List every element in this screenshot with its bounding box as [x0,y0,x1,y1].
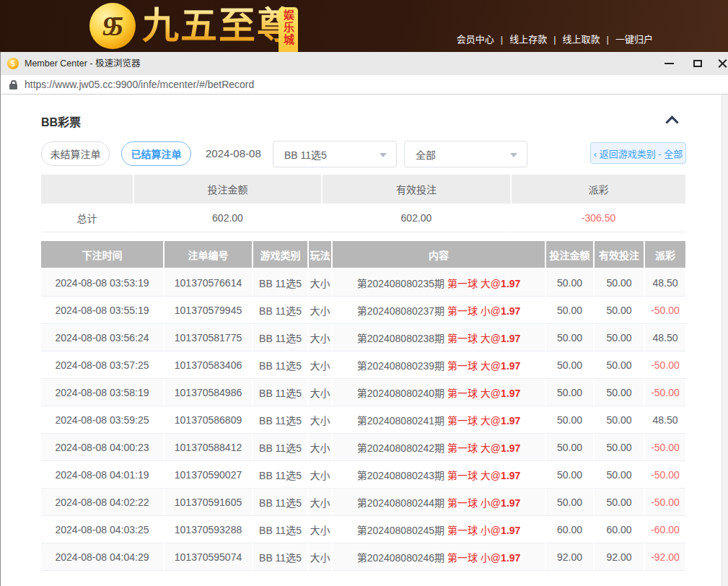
column-header: 游戏类别 [253,241,309,269]
window-border [0,52,1,586]
play-type-cell: 大小 [309,516,333,543]
bet-table-head-row: 下注时间注单编号游戏类别玩法内容投注金额有效投注派彩 [41,241,685,269]
scrollbar[interactable] [722,95,728,586]
bet-amount-cell: 50.00 [546,379,595,406]
bet-period: 第202408080238期 [357,333,444,344]
game-type-cell: BB 11选5 [253,351,309,379]
play-type-cell: 大小 [309,406,333,434]
bet-amount-cell: 60.00 [546,516,595,543]
payout-cell: -50.00 [645,351,685,379]
bet-pick: 第一球 小@ [447,552,501,564]
bet-amount-cell: 50.00 [546,406,595,434]
bet-time-cell: 2024-08-08 03:56:24 [41,324,165,351]
bet-amount-cell: 50.00 [546,461,595,489]
bet-pick: 第一球 小@ [447,525,501,536]
bet-content-cell: 第202408080240期 第一球 大@1.97 [333,379,546,406]
bet-pick: 第一球 大@ [447,388,501,399]
bet-amount-cell: 92.00 [546,543,595,571]
bet-time-cell: 2024-08-08 03:58:19 [41,379,165,406]
bet-pick: 第一球 大@ [447,360,501,372]
bet-pick: 第一球 大@ [447,278,501,289]
bet-period: 第202408080235期 [357,278,444,289]
valid-bet-cell: 50.00 [595,269,645,297]
table-row: 2024-08-08 04:04:29101370595074BB 11选5大小… [41,543,685,571]
bet-content-cell: 第202408080238期 第一球 大@1.97 [333,324,546,351]
bet-content-cell: 第202408080237期 第一球 小@1.97 [333,297,546,324]
bet-id-cell: 101370586809 [165,406,253,434]
payout-cell: 48.50 [645,324,685,351]
bet-period: 第202408080237期 [357,305,444,317]
play-type-cell: 大小 [309,434,333,461]
summary-header-bet-amount: 投注金额 [134,175,323,204]
column-header: 注单编号 [165,241,253,269]
bet-period: 第202408080243期 [357,470,444,481]
nav-item[interactable]: 会员中心 [457,34,494,45]
game-type-cell: BB 11选5 [253,379,309,406]
column-header: 有效投注 [595,241,645,269]
summary-total-row: 总计 602.00 602.00 -306.50 [41,204,685,232]
bet-content-cell: 第202408080244期 第一球 小@1.97 [333,489,546,516]
table-row: 2024-08-08 04:02:22101370591605BB 11选5大小… [41,489,685,516]
game-type-cell: BB 11选5 [253,516,309,543]
bet-period: 第202408080245期 [357,525,444,536]
maximize-icon [693,60,702,67]
maximize-button[interactable] [685,52,710,75]
window-title: Member Center - 极速浏览器 [25,52,140,75]
bet-content-cell: 第202408080245期 第一球 小@1.97 [333,516,546,543]
payout-cell: 48.50 [645,269,685,297]
back-to-game-category-button[interactable]: ‹ 返回游戏类别 - 全部 [590,142,686,164]
settled-tab-button[interactable]: 已结算注单 [121,141,191,166]
game-type-cell: BB 11选5 [253,543,309,571]
bet-odds: 1.97 [501,552,520,564]
bet-odds: 1.97 [501,305,520,317]
table-row: 2024-08-08 03:56:24101370581775BB 11选5大小… [41,324,685,351]
bet-content-cell: 第202408080246期 第一球 小@1.97 [333,543,546,571]
valid-bet-cell: 50.00 [595,297,645,324]
play-type-cell: 大小 [309,543,333,571]
play-type-cell: 大小 [309,269,333,297]
bet-record-table: 下注时间注单编号游戏类别玩法内容投注金额有效投注派彩 2024-08-08 03… [41,241,685,571]
nav-item[interactable]: 线上存款 [509,34,547,45]
window-titlebar: 5 Member Center - 极速浏览器 [0,52,728,75]
bet-content-cell: 第202408080243期 第一球 大@1.97 [333,461,546,489]
valid-bet-cell: 50.00 [595,324,645,351]
close-button[interactable] [710,52,728,75]
play-type-select[interactable]: 全部 [404,141,527,167]
table-row: 2024-08-08 04:00:23101370588412BB 11选5大小… [41,434,685,461]
url-text[interactable]: https://www.jw05.cc:9900/infe/mcenter/#/… [25,75,254,95]
bet-pick: 第一球 大@ [447,442,501,454]
game-type-cell: BB 11选5 [253,489,309,516]
bet-amount-cell: 50.00 [546,489,595,516]
nav-item[interactable]: 一键归户 [615,34,653,45]
bet-odds: 1.97 [501,360,520,372]
bet-amount-cell: 50.00 [546,324,595,351]
bet-odds: 1.97 [501,470,520,481]
bet-content-cell: 第202408080241期 第一球 大@1.97 [333,406,546,434]
bet-time-cell: 2024-08-08 03:53:19 [41,269,165,297]
valid-bet-cell: 50.00 [595,434,645,461]
game-type-cell: BB 11选5 [253,434,309,461]
payout-cell: -50.00 [645,297,685,324]
game-type-select[interactable]: BB 11选5 [273,141,397,167]
play-type-cell: 大小 [309,489,333,516]
chevron-down-icon [510,153,517,157]
bet-period: 第202408080241期 [357,415,444,427]
bet-odds: 1.97 [501,415,520,427]
summary-header-row: 投注金额 有效投注 派彩 [41,175,685,204]
bet-time-cell: 2024-08-08 04:04:29 [41,543,165,571]
valid-bet-cell: 50.00 [595,489,645,516]
bet-content-cell: 第202408080242期 第一球 大@1.97 [333,434,546,461]
nav-item[interactable]: 线上取款 [563,34,600,45]
minimize-button[interactable] [657,52,681,75]
date-picker[interactable]: 2024-08-08 [206,147,261,159]
payout-cell: 48.50 [645,406,685,434]
brand-badge: 娱乐城 [279,7,298,52]
play-type-cell: 大小 [309,324,333,351]
unsettled-tab-button[interactable]: 未结算注单 [41,141,110,166]
address-bar[interactable]: https://www.jw05.cc:9900/infe/mcenter/#/… [0,75,728,95]
table-row: 2024-08-08 04:03:25101370593288BB 11选5大小… [41,516,685,543]
bet-odds: 1.97 [501,497,520,509]
collapse-chevron-icon[interactable] [665,115,678,128]
summary-bet-amount: 602.00 [134,204,323,232]
bet-period: 第202408080244期 [357,497,444,509]
